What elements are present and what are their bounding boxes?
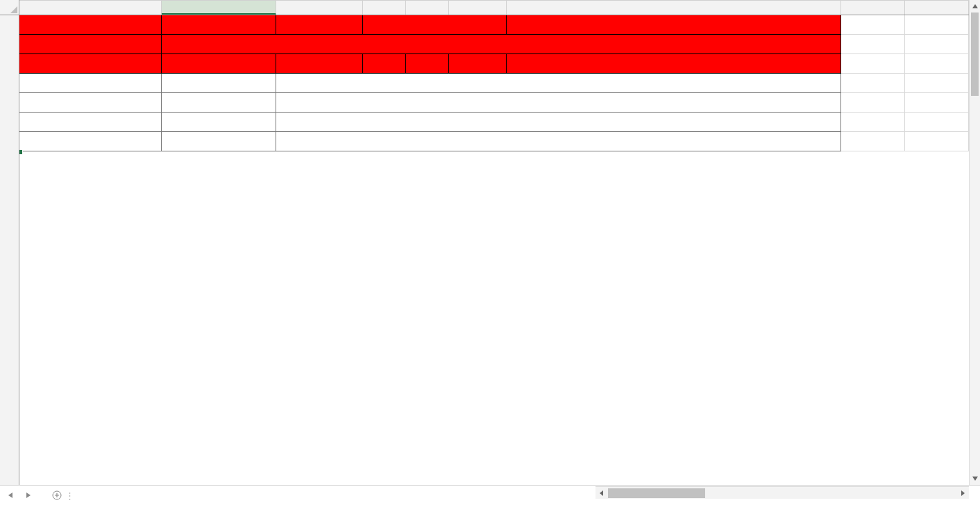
cell-H10[interactable] xyxy=(841,74,905,93)
vertical-scrollbar-thumb[interactable] xyxy=(971,13,979,96)
cell-G1[interactable] xyxy=(507,15,841,35)
cell-C12-merged[interactable] xyxy=(276,113,841,132)
cell-I12[interactable] xyxy=(905,113,969,132)
scroll-left-button[interactable] xyxy=(595,487,608,499)
select-all-corner[interactable] xyxy=(0,0,19,15)
cell-A1[interactable] xyxy=(19,15,162,35)
tab-resize-handle[interactable]: ⋮ xyxy=(67,486,72,505)
cell-C1[interactable] xyxy=(276,15,363,35)
spreadsheet-app: ⋮ xyxy=(0,0,980,505)
cell-G3[interactable] xyxy=(507,54,841,74)
col-header-C[interactable] xyxy=(276,1,363,15)
cell-B3[interactable] xyxy=(162,54,276,74)
cell-A10[interactable] xyxy=(19,74,162,93)
scroll-up-button[interactable] xyxy=(970,0,980,13)
cell-I11[interactable] xyxy=(905,93,969,113)
cell-H11[interactable] xyxy=(841,93,905,113)
cell-I13[interactable] xyxy=(905,132,969,151)
cell-D1-merged[interactable] xyxy=(363,15,507,35)
col-header-E[interactable] xyxy=(406,1,449,15)
col-header-G[interactable] xyxy=(507,1,841,15)
add-sheet-button[interactable] xyxy=(47,486,67,505)
cell-C13-merged[interactable] xyxy=(276,132,841,151)
cell-selection xyxy=(19,151,22,154)
cell-I10[interactable] xyxy=(905,74,969,93)
scroll-right-button[interactable] xyxy=(956,487,969,499)
scroll-down-button[interactable] xyxy=(970,472,980,485)
cell-A12[interactable] xyxy=(19,113,162,132)
col-header-B[interactable] xyxy=(162,1,276,15)
cell-H3[interactable] xyxy=(841,54,905,74)
vertical-scrollbar[interactable] xyxy=(969,0,980,485)
column-headers xyxy=(19,0,969,15)
cell-D3[interactable] xyxy=(363,54,406,74)
cell-B11[interactable] xyxy=(162,93,276,113)
row-headers xyxy=(0,15,19,485)
cell-B2-merged[interactable] xyxy=(162,35,841,54)
col-header-A[interactable] xyxy=(19,1,162,15)
cell-H12[interactable] xyxy=(841,113,905,132)
col-header-F[interactable] xyxy=(449,1,507,15)
cell-A13[interactable] xyxy=(19,132,162,151)
horizontal-scrollbar[interactable] xyxy=(595,486,969,499)
tab-first-button[interactable] xyxy=(6,492,15,499)
cell-F3[interactable] xyxy=(449,54,507,74)
cell-I3[interactable] xyxy=(905,54,969,74)
cell-H2[interactable] xyxy=(841,35,905,54)
cell-B12[interactable] xyxy=(162,113,276,132)
cell-B13[interactable] xyxy=(162,132,276,151)
col-header-I[interactable] xyxy=(905,1,969,15)
hscroll-track[interactable] xyxy=(608,488,956,498)
cell-A2[interactable] xyxy=(19,35,162,54)
hscroll-thumb[interactable] xyxy=(608,488,705,498)
tab-nav xyxy=(0,486,39,505)
cell-B10[interactable] xyxy=(162,74,276,93)
cell-C3[interactable] xyxy=(276,54,363,74)
cell-C11-merged[interactable] xyxy=(276,93,841,113)
tab-overflow-indicator[interactable] xyxy=(39,486,47,505)
cell-A11[interactable] xyxy=(19,93,162,113)
grid-area[interactable] xyxy=(19,15,969,485)
cell-I2[interactable] xyxy=(905,35,969,54)
cell-E3[interactable] xyxy=(406,54,449,74)
cell-C10-merged[interactable] xyxy=(276,74,841,93)
cell-A3[interactable] xyxy=(19,54,162,74)
cell-I1[interactable] xyxy=(905,15,969,35)
tab-next-button[interactable] xyxy=(24,492,33,499)
cell-B1[interactable] xyxy=(162,15,276,35)
cell-H1[interactable] xyxy=(841,15,905,35)
col-header-H[interactable] xyxy=(841,1,905,15)
col-header-D[interactable] xyxy=(363,1,406,15)
cell-H13[interactable] xyxy=(841,132,905,151)
sheet-tab-bar: ⋮ xyxy=(0,485,980,505)
